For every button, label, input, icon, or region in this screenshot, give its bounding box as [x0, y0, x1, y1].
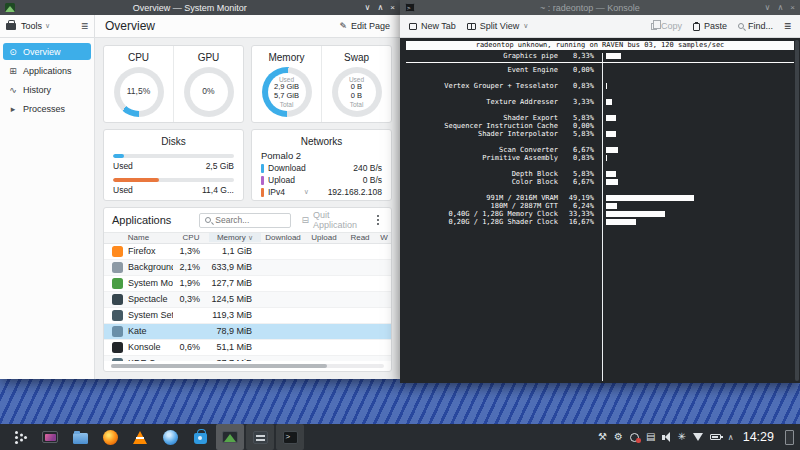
table-row-spectacle[interactable]: Spectacle 0,3% 124,5 MiB	[104, 292, 391, 308]
paste-icon	[693, 23, 700, 31]
system-monitor-body: Tools ∨ ≡ ⊙ Overview ⊞ Applications ∿	[0, 15, 400, 379]
upload-row: Upload 0 B/s	[261, 175, 382, 185]
search-input[interactable]	[215, 215, 285, 225]
volume-tray-icon[interactable]	[662, 435, 665, 440]
konsole-app-icon: >	[405, 3, 415, 12]
task-system-settings[interactable]	[246, 424, 274, 450]
column-memory[interactable]: Memory ∨	[209, 233, 261, 242]
table-row-konsole[interactable]: Konsole 0,6% 51,1 MiB	[104, 340, 391, 356]
stat-bar	[606, 155, 607, 161]
sidebar-item-processes[interactable]: ▸ Processes	[3, 100, 91, 117]
table-row-background-services[interactable]: Background Servic... 2,1% 633,9 MiB	[104, 260, 391, 276]
disks-card: Disks Used 2,5 GiB Used 11,4 G...	[103, 129, 244, 201]
search-field[interactable]	[199, 213, 291, 228]
column-name[interactable]: Name	[104, 233, 173, 242]
table-row-kde-connect[interactable]: KDE Connect 37,7 MiB	[104, 356, 391, 361]
maximize-icon[interactable]: ∧	[377, 0, 383, 15]
task-browser-globe[interactable]	[156, 424, 184, 450]
paste-button[interactable]: Paste	[693, 21, 727, 31]
task-file-manager[interactable]	[66, 424, 94, 450]
task-konsole[interactable]: >	[276, 424, 304, 450]
table-row-kate[interactable]: Kate 78,9 MiB	[104, 324, 391, 340]
split-view-button[interactable]: Split View ∨	[467, 21, 528, 31]
globe-icon	[163, 430, 178, 445]
minimize-icon[interactable]: ∨	[365, 0, 371, 15]
system-monitor-window: Overview — System Monitor ∨ ∧ × Tools ∨ …	[0, 0, 400, 379]
disks-title: Disks	[113, 136, 234, 147]
horizontal-scrollbar[interactable]	[111, 364, 384, 368]
konsole-titlebar[interactable]: > ~ : radeontop — Konsole ∨ ∧ ×	[400, 0, 800, 15]
table-row-system-monitor[interactable]: System Monitor 1,9% 127,7 MiB	[104, 276, 391, 292]
window-title: Overview — System Monitor	[19, 3, 361, 13]
terminal-scrollbar[interactable]	[795, 40, 799, 381]
scrollbar-thumb[interactable]	[795, 40, 799, 381]
expand-tray-icon[interactable]: ∧	[728, 433, 734, 442]
new-tab-button[interactable]: New Tab	[409, 21, 456, 31]
task-display-app[interactable]	[36, 424, 64, 450]
page-title: Overview	[105, 19, 155, 33]
stat-label: Event Engine	[406, 66, 558, 74]
system-monitor-icon	[222, 431, 238, 443]
quit-application-button[interactable]: ⊟ Quit Application	[301, 210, 363, 230]
clock[interactable]: 14:29	[743, 430, 774, 444]
hamburger-menu-icon[interactable]: ≡	[81, 19, 88, 33]
hamburger-menu-icon[interactable]: ≡	[784, 19, 791, 33]
wifi-tray-icon[interactable]	[693, 433, 703, 441]
battery-tray-icon[interactable]	[710, 434, 721, 441]
column-read[interactable]: Read	[343, 233, 377, 242]
folder-icon	[73, 433, 88, 444]
konsole-icon	[112, 342, 123, 353]
upload-value: 0 B/s	[363, 175, 382, 185]
copy-button[interactable]: Copy	[651, 21, 682, 31]
column-write[interactable]: W	[377, 233, 391, 242]
column-upload[interactable]: Upload	[305, 233, 343, 242]
task-firefox[interactable]	[96, 424, 124, 450]
download-label: Download	[268, 163, 306, 173]
system-monitor-titlebar[interactable]: Overview — System Monitor ∨ ∧ ×	[0, 0, 400, 15]
show-desktop-button[interactable]	[785, 430, 794, 445]
tools-tray-icon[interactable]: ⚒	[598, 424, 607, 450]
networks-title: Networks	[261, 136, 382, 147]
display-app-icon	[42, 431, 58, 443]
notifications-tray-icon[interactable]	[630, 433, 639, 442]
sort-down-icon: ∨	[248, 234, 253, 241]
app-launcher-button[interactable]	[6, 424, 34, 450]
sidebar-item-applications[interactable]: ⊞ Applications	[3, 62, 91, 79]
swap-total-label: Total	[350, 101, 364, 108]
sidebar-item-overview[interactable]: ⊙ Overview	[3, 43, 91, 60]
swap-ring: Used 0 B 0 B Total	[332, 67, 382, 117]
table-row-system-settings[interactable]: System Settings 119,3 MiB	[104, 308, 391, 324]
chevron-down-icon[interactable]: ∨	[304, 188, 309, 196]
disk1-fill	[113, 154, 124, 158]
scrollbar-thumb[interactable]	[111, 364, 327, 368]
task-system-monitor[interactable]	[216, 424, 244, 450]
maximize-icon[interactable]: ∧	[777, 0, 783, 15]
task-vlc[interactable]	[126, 424, 154, 450]
overflow-menu-icon[interactable]	[377, 219, 379, 221]
sidebar-item-history[interactable]: ∿ History	[3, 81, 91, 98]
cpu-ring: 11,5%	[114, 67, 164, 117]
settings-icon	[253, 431, 268, 444]
close-icon[interactable]: ×	[390, 0, 395, 15]
disk1-label: Used	[113, 161, 133, 171]
gear-tray-icon[interactable]: ⚙	[614, 424, 623, 450]
brightness-tray-icon[interactable]: ✳	[677, 424, 685, 450]
disk2-value: 11,4 G...	[202, 185, 234, 195]
tools-menu-button[interactable]: Tools	[21, 21, 42, 31]
separator	[406, 62, 794, 63]
swap-total-value: 0 B	[351, 92, 362, 101]
app-name: System Monitor	[128, 278, 173, 288]
taskbar: > ⚒ ⚙ ▤ ✳ ∧ 14:29	[0, 424, 800, 450]
task-discover[interactable]	[186, 424, 214, 450]
table-row-firefox[interactable]: Firefox 1,3% 1,1 GiB	[104, 244, 391, 260]
stat-bar	[606, 219, 636, 225]
kde-connect-icon	[112, 358, 123, 361]
close-icon[interactable]: ×	[790, 0, 795, 15]
edit-page-button[interactable]: ✎ Edit Page	[339, 21, 390, 31]
processes-icon: ▸	[8, 104, 18, 114]
column-cpu[interactable]: CPU	[173, 233, 209, 242]
find-button[interactable]: Find...	[738, 21, 773, 31]
clipboard-tray-icon[interactable]: ▤	[646, 424, 655, 450]
minimize-icon[interactable]: ∨	[765, 0, 771, 15]
column-download[interactable]: Download	[261, 233, 305, 242]
